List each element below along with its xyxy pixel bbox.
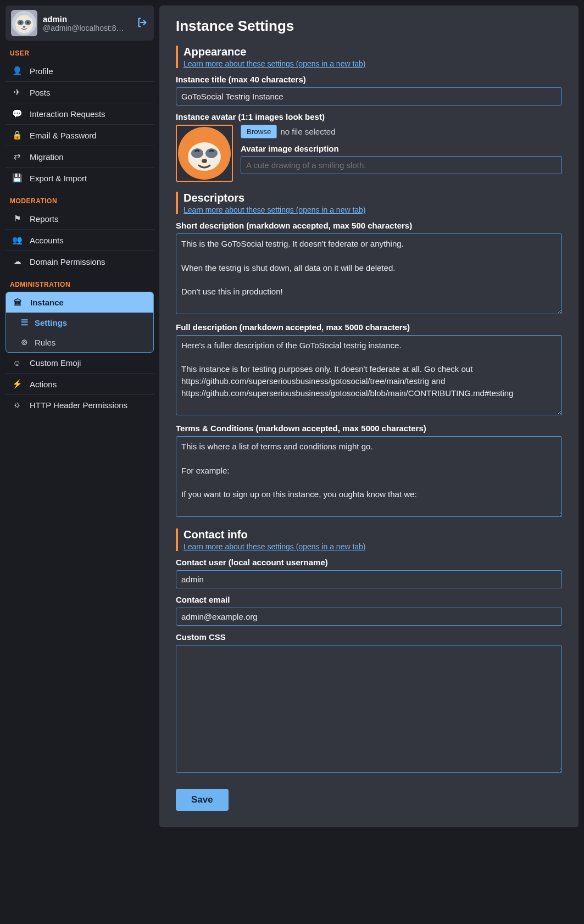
user-name: admin: [43, 14, 131, 24]
sidebar-item-posts[interactable]: ✈Posts: [5, 82, 154, 103]
short-description-label: Short description (markdown accepted, ma…: [176, 221, 562, 230]
sidebar-item-label: Posts: [30, 88, 51, 97]
svg-point-6: [23, 26, 26, 28]
plane-icon: ✈: [12, 87, 22, 97]
sliders-icon: ☰: [20, 318, 28, 327]
sidebar: admin @admin@localhost:8… USER 👤Profile …: [5, 5, 154, 827]
swap-icon: ⇄: [12, 152, 22, 162]
chat-icon: 💬: [12, 109, 22, 119]
sidebar-item-http-header-permissions[interactable]: ⛭HTTP Header Permissions: [5, 395, 154, 415]
doc-link-descriptors[interactable]: Learn more about these settings (opens i…: [183, 205, 366, 214]
svg-point-5: [27, 21, 29, 24]
user-card: admin @admin@localhost:8…: [5, 5, 154, 41]
sidebar-subitem-settings[interactable]: ☰ Settings: [6, 313, 153, 332]
file-status: no file selected: [280, 127, 335, 136]
avatar-desc-input[interactable]: [241, 156, 562, 174]
gear-icon: ⛭: [12, 400, 22, 410]
sidebar-item-domain-permissions[interactable]: ☁Domain Permissions: [5, 251, 154, 272]
flag-icon: ⚑: [12, 214, 22, 224]
user-avatar: [11, 10, 37, 36]
contact-email-label: Contact email: [176, 595, 562, 604]
sidebar-item-label: Profile: [30, 66, 53, 76]
section-heading-administration: ADMINISTRATION: [5, 272, 154, 292]
sloth-icon: [11, 10, 37, 36]
sidebar-item-label: Settings: [35, 318, 67, 327]
sidebar-item-migration[interactable]: ⇄Migration: [5, 146, 154, 168]
sidebar-item-custom-emoji[interactable]: ☺Custom Emoji: [5, 353, 154, 374]
sidebar-item-label: Reports: [30, 214, 59, 224]
sidebar-item-label: HTTP Header Permissions: [30, 400, 127, 410]
custom-css-label: Custom CSS: [176, 632, 562, 642]
group-heading: Appearance: [183, 46, 562, 58]
logout-icon[interactable]: [136, 16, 148, 30]
sidebar-item-label: Actions: [30, 380, 57, 389]
short-description-input[interactable]: [176, 233, 562, 314]
contact-user-input[interactable]: [176, 570, 562, 588]
sidebar-item-export-import[interactable]: 💾Export & Import: [5, 168, 154, 188]
instance-title-label: Instance title (max 40 characters): [176, 75, 562, 84]
main-panel: Instance Settings Appearance Learn more …: [159, 5, 579, 827]
instance-title-input[interactable]: [176, 87, 562, 105]
full-description-label: Full description (markdown accepted, max…: [176, 322, 562, 332]
sitemap-icon: 🏛: [13, 298, 23, 307]
browse-button[interactable]: Browse: [241, 125, 277, 138]
page-title: Instance Settings: [176, 18, 562, 35]
sidebar-item-label: Export & Import: [30, 174, 87, 183]
sidebar-item-label: Accounts: [30, 236, 64, 245]
bolt-icon: ⚡: [12, 379, 22, 389]
full-description-input[interactable]: [176, 335, 562, 416]
doc-link-appearance[interactable]: Learn more about these settings (opens i…: [183, 59, 366, 68]
contact-email-input[interactable]: [176, 608, 562, 626]
save-button[interactable]: Save: [176, 789, 229, 811]
contact-user-label: Contact user (local account username): [176, 558, 562, 567]
group-descriptors: Descriptors Learn more about these setti…: [176, 192, 562, 214]
group-heading: Descriptors: [183, 192, 562, 204]
avatar-desc-label: Avatar image description: [241, 144, 562, 153]
section-heading-moderation: MODERATION: [5, 188, 154, 208]
sidebar-item-label: Email & Password: [30, 131, 97, 140]
svg-point-1: [15, 15, 34, 34]
sidebar-item-label: Migration: [30, 152, 64, 162]
group-heading: Contact info: [183, 528, 562, 541]
svg-point-11: [202, 159, 207, 163]
cloud-icon: ☁: [12, 257, 22, 266]
user-icon: 👤: [12, 66, 22, 76]
sidebar-item-label: Rules: [35, 338, 55, 347]
sidebar-item-label: Interaction Requests: [30, 109, 105, 119]
save-icon: 💾: [12, 173, 22, 183]
sidebar-item-interaction-requests[interactable]: 💬Interaction Requests: [5, 103, 154, 125]
sidebar-item-actions[interactable]: ⚡Actions: [5, 374, 154, 395]
smile-icon: ☺: [12, 358, 22, 368]
sidebar-item-email-password[interactable]: 🔒Email & Password: [5, 125, 154, 146]
sidebar-subitem-rules[interactable]: ⊚ Rules: [6, 332, 153, 352]
custom-css-input[interactable]: [176, 645, 562, 773]
instance-avatar-label: Instance avatar (1:1 images look best): [176, 112, 562, 121]
sidebar-item-profile[interactable]: 👤Profile: [5, 60, 154, 82]
sloth-avatar-icon: [177, 126, 232, 181]
sidebar-item-reports[interactable]: ⚑Reports: [5, 208, 154, 230]
sidebar-item-label: Instance: [30, 298, 64, 307]
nav-group-instance: 🏛 Instance ☰ Settings ⊚ Rules: [5, 292, 154, 353]
terms-input[interactable]: [176, 436, 562, 517]
sidebar-item-instance[interactable]: 🏛 Instance: [6, 292, 153, 313]
lock-icon: 🔒: [12, 130, 22, 140]
user-handle: @admin@localhost:8…: [43, 24, 131, 32]
group-appearance: Appearance Learn more about these settin…: [176, 46, 562, 68]
avatar-preview: [176, 125, 233, 182]
sidebar-item-label: Custom Emoji: [30, 358, 81, 368]
section-heading-user: USER: [5, 41, 154, 60]
sidebar-item-label: Domain Permissions: [30, 257, 105, 266]
doc-link-contact[interactable]: Learn more about these settings (opens i…: [183, 542, 366, 551]
dot-circle-icon: ⊚: [20, 337, 28, 347]
group-contact: Contact info Learn more about these sett…: [176, 528, 562, 551]
svg-point-4: [19, 21, 21, 24]
sidebar-item-accounts[interactable]: 👥Accounts: [5, 230, 154, 251]
terms-label: Terms & Conditions (markdown accepted, m…: [176, 424, 562, 433]
users-icon: 👥: [12, 235, 22, 245]
